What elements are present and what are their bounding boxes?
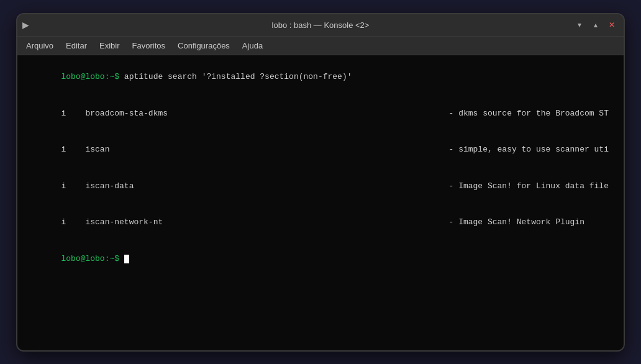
- menu-editar[interactable]: Editar: [60, 39, 93, 53]
- terminal-content: lobo@lobo:~$ aptitude search '?installed…: [22, 59, 619, 277]
- result-line-1: i broadcom-sta-dkms - dkms source for th…: [22, 95, 619, 132]
- konsole-window: ▶ lobo : bash — Konsole <2> ▾ ▴ ✕ Arquiv…: [16, 13, 625, 352]
- terminal-icon: ▶: [22, 20, 29, 30]
- menu-configuracoes[interactable]: Configurações: [171, 39, 236, 53]
- minimize-button[interactable]: ▾: [573, 18, 586, 32]
- result-line-2: i iscan - simple, easy to use scanner ut…: [22, 132, 619, 168]
- command-text: aptitude search '?installed ?section(non…: [119, 72, 352, 81]
- command-line: lobo@lobo:~$ aptitude search '?installed…: [22, 59, 619, 96]
- window-controls: ▾ ▴ ✕: [573, 18, 619, 32]
- prompt-1: lobo@lobo:~$: [61, 72, 119, 81]
- prompt-2: lobo@lobo:~$: [61, 254, 119, 263]
- title-bar: ▶ lobo : bash — Konsole <2> ▾ ▴ ✕: [17, 14, 624, 37]
- title-bar-left: ▶: [22, 20, 29, 30]
- cursor-block: [124, 255, 129, 263]
- terminal-area[interactable]: lobo@lobo:~$ aptitude search '?installed…: [17, 55, 624, 350]
- close-button[interactable]: ✕: [605, 18, 619, 32]
- menu-arquivo[interactable]: Arquivo: [20, 39, 60, 53]
- result-line-3: i iscan-data - Image Scan! for Linux dat…: [22, 168, 619, 204]
- menu-exibir[interactable]: Exibir: [93, 39, 126, 53]
- menu-bar: Arquivo Editar Exibir Favoritos Configur…: [17, 37, 624, 55]
- maximize-button[interactable]: ▴: [589, 18, 602, 32]
- menu-ajuda[interactable]: Ajuda: [236, 39, 269, 53]
- result-line-4: i iscan-network-nt - Image Scan! Network…: [22, 204, 619, 241]
- menu-favoritos[interactable]: Favoritos: [126, 39, 171, 53]
- window-title: lobo : bash — Konsole <2>: [272, 20, 370, 30]
- prompt-line-2: lobo@lobo:~$: [22, 240, 619, 277]
